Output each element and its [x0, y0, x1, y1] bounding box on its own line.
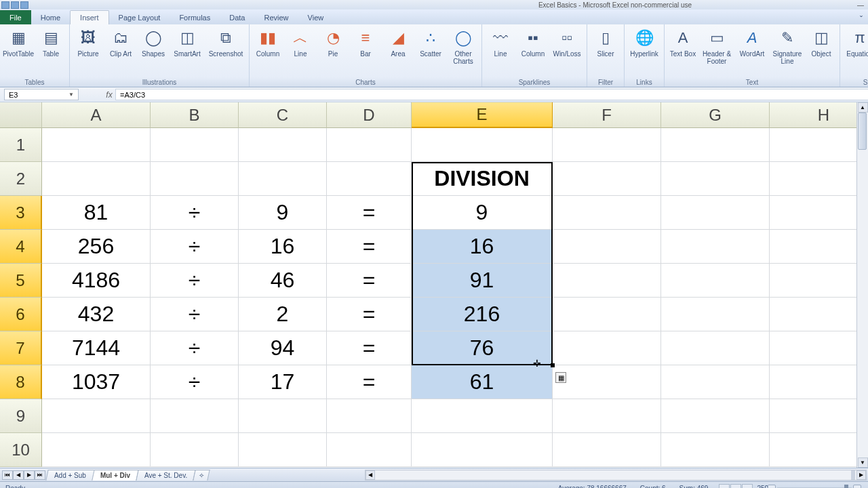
cell-D4[interactable]: = [327, 230, 412, 264]
cell-F3[interactable] [553, 196, 661, 230]
cell-B1[interactable] [151, 128, 239, 162]
cell-A1[interactable] [42, 128, 151, 162]
cell-E1[interactable] [412, 128, 553, 162]
sigline-button[interactable]: ✎Signature Line [770, 26, 804, 66]
cell-B3[interactable]: ÷ [151, 196, 239, 230]
cell-F5[interactable] [553, 264, 661, 298]
cell-H5[interactable] [770, 264, 868, 298]
tab-page-layout[interactable]: Page Layout [109, 11, 170, 24]
cell-G4[interactable] [661, 230, 770, 264]
cell-A8[interactable]: 1037 [42, 365, 151, 399]
sheet-tab-muldiv[interactable]: Mul + Div [92, 470, 139, 481]
shapes-button[interactable]: ◯Shapes [138, 26, 169, 59]
cell-H8[interactable] [770, 365, 868, 399]
cell-A5[interactable]: 4186 [42, 264, 151, 298]
name-box[interactable]: E3 ▼ [4, 89, 79, 100]
cell-G6[interactable] [661, 298, 770, 331]
cell-G1[interactable] [661, 128, 770, 162]
cell-E8[interactable]: 61 [412, 365, 553, 399]
new-sheet-button[interactable]: ✧ [193, 470, 210, 481]
cell-H7[interactable] [770, 331, 868, 365]
cell-D5[interactable]: = [327, 264, 412, 298]
cell-G7[interactable] [661, 331, 770, 365]
other-charts-button[interactable]: ◯Other Charts [448, 26, 479, 66]
view-normal-button[interactable] [719, 484, 730, 489]
scroll-down-icon[interactable]: ▼ [858, 458, 868, 468]
cell-C10[interactable] [239, 433, 327, 467]
cell-C6[interactable]: 2 [239, 298, 327, 331]
sheet-tab-avestdev[interactable]: Ave + St. Dev. [136, 470, 196, 481]
row-header-6[interactable]: 6 [0, 298, 42, 331]
cell-D9[interactable] [327, 399, 412, 433]
row-header-8[interactable]: 8 [0, 365, 42, 399]
select-all-corner[interactable] [0, 102, 42, 128]
cell-B4[interactable]: ÷ [151, 230, 239, 264]
cell-D3[interactable]: = [327, 196, 412, 230]
area-chart-button[interactable]: ◢Area [382, 26, 414, 59]
cell-C2[interactable] [239, 162, 327, 196]
cell-H4[interactable] [770, 230, 868, 264]
col-header-B[interactable]: B [151, 102, 239, 128]
cell-C7[interactable]: 94 [239, 331, 327, 365]
cell-A3[interactable]: 81 [42, 196, 151, 230]
cell-D10[interactable] [327, 433, 412, 467]
row-header-1[interactable]: 1 [0, 128, 42, 162]
spark-winloss-button[interactable]: ▫▫Win/Loss [550, 26, 584, 59]
line-chart-button[interactable]: ︿Line [285, 26, 316, 59]
cell-F1[interactable] [553, 128, 661, 162]
cell-H6[interactable] [770, 298, 868, 331]
cell-F7[interactable] [553, 331, 661, 365]
cell-F9[interactable] [553, 399, 661, 433]
horizontal-scrollbar[interactable]: ◀ ▶ [365, 470, 867, 481]
save-icon[interactable] [11, 1, 19, 9]
row-header-2[interactable]: 2 [0, 162, 42, 196]
tab-data[interactable]: Data [220, 11, 254, 24]
cell-H2[interactable] [770, 162, 868, 196]
row-header-10[interactable]: 10 [0, 433, 42, 467]
cell-F10[interactable] [553, 433, 661, 467]
scatter-chart-button[interactable]: ∴Scatter [415, 26, 446, 59]
table-button[interactable]: ▤Table [35, 26, 66, 59]
wordart-button[interactable]: AWordArt [735, 26, 769, 59]
spark-line-button[interactable]: 〰Line [485, 26, 516, 59]
col-header-C[interactable]: C [239, 102, 327, 128]
cell-E10[interactable] [412, 433, 553, 467]
tab-home[interactable]: Home [31, 11, 70, 24]
zoom-thumb[interactable] [844, 485, 848, 489]
cell-C4[interactable]: 16 [239, 230, 327, 264]
hscroll-splitter[interactable] [851, 470, 855, 480]
cell-F8[interactable] [553, 365, 661, 399]
cell-E9[interactable] [412, 399, 553, 433]
cell-H9[interactable] [770, 399, 868, 433]
cell-E3[interactable]: 9 [412, 196, 553, 230]
hyperlink-button[interactable]: 🌐Hyperlink [627, 26, 661, 59]
cell-D1[interactable] [327, 128, 412, 162]
tab-formulas[interactable]: Formulas [170, 11, 220, 24]
hscroll-left-icon[interactable]: ◀ [366, 470, 375, 480]
cell-E6[interactable]: 216 [412, 298, 553, 331]
chevron-down-icon[interactable]: ▼ [68, 92, 74, 98]
picture-button[interactable]: 🖼Picture [73, 26, 104, 59]
cell-B7[interactable]: ÷ [151, 331, 239, 365]
autofill-options-button[interactable]: ▦ [555, 372, 566, 383]
vertical-scrollbar[interactable]: ▲ ▼ [856, 102, 868, 468]
hscroll-right-icon[interactable]: ▶ [856, 470, 866, 480]
fill-handle[interactable] [551, 363, 555, 367]
cell-G2[interactable] [661, 162, 770, 196]
cell-D7[interactable]: = [327, 331, 412, 365]
spark-column-button[interactable]: ▪▪Column [517, 26, 549, 59]
col-header-A[interactable]: A [42, 102, 151, 128]
cell-C3[interactable]: 9 [239, 196, 327, 230]
cell-E4[interactable]: 16 [412, 230, 553, 264]
row-header-3[interactable]: 3 [0, 196, 42, 230]
cell-F6[interactable] [553, 298, 661, 331]
cell-D8[interactable]: = [327, 365, 412, 399]
cell-D2[interactable] [327, 162, 412, 196]
slicer-button[interactable]: ▯Slicer [590, 26, 621, 59]
minimize-icon[interactable]: — [857, 1, 864, 9]
col-header-F[interactable]: F [553, 102, 661, 128]
cell-G10[interactable] [661, 433, 770, 467]
cell-C9[interactable] [239, 399, 327, 433]
bar-chart-button[interactable]: ≡Bar [350, 26, 381, 59]
cell-E7[interactable]: 76 [412, 331, 553, 365]
